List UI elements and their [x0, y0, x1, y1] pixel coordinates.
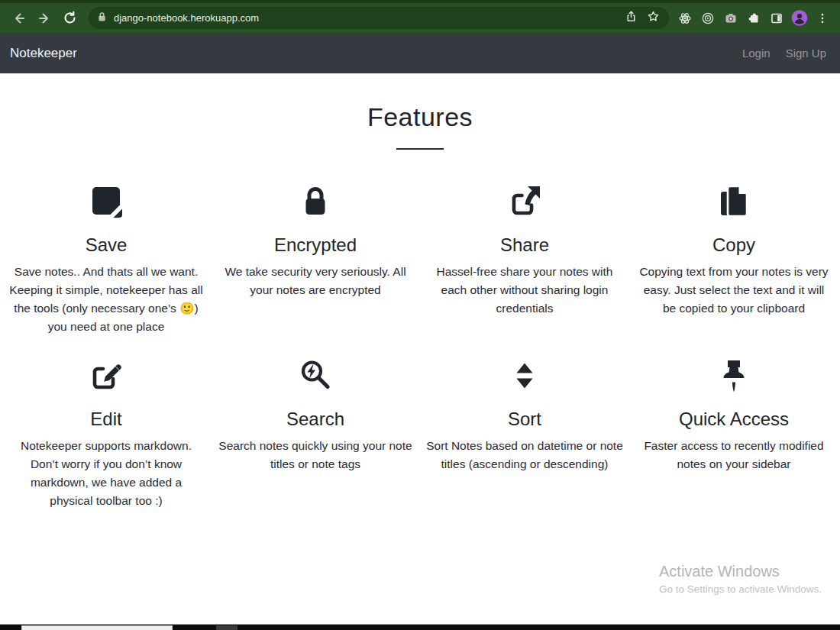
- lock-icon: [297, 183, 334, 220]
- sort-icon: [506, 357, 543, 394]
- navbar-links: Login Sign Up: [742, 47, 826, 60]
- menu-kebab-icon[interactable]: [814, 10, 831, 27]
- feature-title: Quick Access: [635, 409, 832, 430]
- watermark-subtitle: Go to Settings to activate Windows.: [659, 583, 822, 595]
- bookmark-star-icon[interactable]: [647, 10, 660, 26]
- search-bolt-icon: [297, 357, 334, 394]
- title-underline: [396, 148, 444, 150]
- thumbtack-icon: [716, 357, 752, 394]
- browser-nav-buttons: [12, 11, 77, 25]
- main-content: Features Save Save notes.. And thats all…: [0, 75, 840, 510]
- activate-windows-watermark: Activate Windows Go to Settings to activ…: [659, 563, 822, 595]
- feature-search: Search Search notes quickly using your n…: [211, 357, 420, 510]
- address-bar[interactable]: django-notebook.herokuapp.com: [89, 7, 669, 29]
- feature-edit: Edit Notekeeper supports markdown. Don’t…: [2, 357, 211, 510]
- taskbar-grey-segment: [216, 625, 237, 630]
- feature-description: Copying text from your notes is very eas…: [635, 263, 832, 318]
- share-icon[interactable]: [625, 10, 638, 26]
- edit-icon: [88, 357, 124, 394]
- back-icon[interactable]: [12, 11, 26, 25]
- copy-icon: [716, 183, 752, 220]
- page-title: Features: [0, 102, 840, 132]
- feature-description: Save notes.. And thats all we want. Keep…: [9, 263, 203, 336]
- refresh-icon[interactable]: [63, 11, 77, 25]
- feature-title: Copy: [635, 234, 832, 256]
- feature-title: Sort: [426, 409, 623, 430]
- atom-extension-icon[interactable]: [677, 10, 693, 27]
- feature-description: Sort Notes based on datetime or note tit…: [426, 437, 623, 473]
- watermark-title: Activate Windows: [659, 563, 822, 580]
- feature-save: Save Save notes.. And thats all we want.…: [2, 183, 211, 336]
- feature-description: Hassel-free share your notes with each o…: [426, 263, 623, 318]
- feature-sort: Sort Sort Notes based on datetime or not…: [420, 357, 629, 510]
- browser-extensions: [669, 10, 840, 27]
- login-link[interactable]: Login: [742, 47, 771, 60]
- profile-avatar[interactable]: [791, 10, 808, 27]
- feature-share: Share Hassel-free share your notes with …: [420, 183, 629, 336]
- forward-icon[interactable]: [37, 11, 51, 25]
- features-grid: Save Save notes.. And thats all we want.…: [0, 183, 840, 510]
- target-extension-icon[interactable]: [699, 10, 716, 27]
- feature-title: Share: [426, 234, 623, 256]
- feature-description: We take security very seriously. All you…: [217, 263, 414, 299]
- url-text[interactable]: django-notebook.herokuapp.com: [114, 12, 625, 24]
- lock-icon: [96, 11, 108, 26]
- site-navbar: Notekeeper Login Sign Up: [0, 33, 840, 74]
- feature-description: Faster access to recently modified notes…: [635, 437, 832, 473]
- extensions-puzzle-icon[interactable]: [745, 10, 762, 27]
- feature-description: Search notes quickly using your note tit…: [217, 437, 414, 473]
- feature-encrypted: Encrypted We take security very seriousl…: [211, 183, 420, 336]
- brand-notekeeper[interactable]: Notekeeper: [10, 46, 77, 61]
- feature-title: Encrypted: [217, 234, 414, 256]
- taskbar-white-segment: [21, 625, 173, 630]
- feature-title: Search: [217, 409, 414, 430]
- feature-title: Edit: [8, 409, 205, 430]
- camera-extension-icon[interactable]: [722, 10, 739, 27]
- feature-title: Save: [8, 234, 205, 256]
- feature-copy: Copy Copying text from your notes is ver…: [629, 183, 838, 336]
- share-square-icon: [506, 183, 543, 220]
- browser-chrome: django-notebook.herokuapp.com: [0, 0, 840, 33]
- taskbar-sliver: [0, 624, 840, 630]
- signup-link[interactable]: Sign Up: [786, 47, 826, 60]
- save-note-icon: [88, 183, 124, 220]
- feature-quick-access: Quick Access Faster access to recently m…: [629, 357, 838, 510]
- feature-description: Notekeeper supports markdown. Don’t worr…: [8, 437, 205, 510]
- side-panel-icon[interactable]: [768, 10, 785, 27]
